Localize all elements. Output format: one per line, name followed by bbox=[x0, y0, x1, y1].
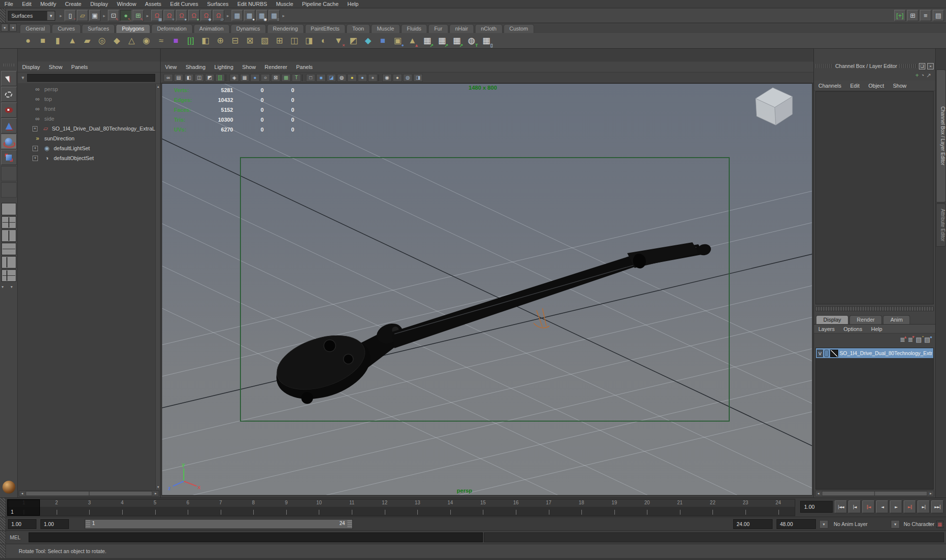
layout-hypergraph-persp[interactable] bbox=[1, 269, 16, 282]
scroll-left-icon[interactable]: ◄ bbox=[19, 492, 25, 495]
rotate-tool[interactable] bbox=[1, 134, 17, 149]
panel-menu-item[interactable]: Show bbox=[44, 63, 67, 71]
frame-cell[interactable]: 5 bbox=[138, 499, 171, 516]
set-key-icon[interactable]: ○– bbox=[927, 521, 933, 527]
command-results[interactable] bbox=[484, 532, 944, 542]
step-back-frame-button[interactable]: |◄ bbox=[848, 500, 861, 513]
scroll-down-icon[interactable]: ▼ bbox=[156, 485, 161, 490]
playback-start-field[interactable]: 1.00 bbox=[40, 519, 69, 529]
shelf-menu-button[interactable]: ▾ bbox=[9, 24, 17, 32]
outliner-item-model[interactable]: +▱SO_1I4_Drive_Dual_80Technology_ExtraL bbox=[18, 124, 155, 133]
render-settings-icon[interactable]: ▦:: bbox=[269, 10, 280, 21]
playback-end-field[interactable]: 24.00 bbox=[733, 519, 773, 529]
bevel-icon[interactable]: ◨ bbox=[302, 33, 316, 48]
menu-item[interactable]: Create bbox=[61, 0, 86, 7]
shelf-tab[interactable]: Surfaces bbox=[82, 24, 115, 33]
panel-menu-item[interactable]: Channels bbox=[814, 82, 845, 90]
outliner-hscrollbar[interactable]: ◄ ► bbox=[19, 491, 159, 496]
panel-menu-item[interactable]: Show bbox=[888, 82, 911, 90]
panel-menu-item[interactable]: Panels bbox=[292, 63, 317, 71]
expand-icon[interactable]: + bbox=[33, 146, 38, 151]
shelf-tab[interactable]: Fur bbox=[428, 24, 448, 33]
menu-item[interactable]: Modify bbox=[36, 0, 61, 7]
lasso-tool[interactable] bbox=[1, 87, 17, 102]
select-tool[interactable] bbox=[1, 71, 17, 86]
panel-menu-item[interactable]: View bbox=[161, 63, 181, 71]
layer-row[interactable]: V SO_1I4_Drive_Dual_80Technology_ExtraL bbox=[816, 348, 933, 358]
shelf-tab[interactable]: nCloth bbox=[475, 24, 503, 33]
step-back-key-button[interactable]: ‖◄ bbox=[862, 500, 875, 513]
frame-cell[interactable]: 13 bbox=[401, 499, 434, 516]
combine-icon[interactable]: ◧ bbox=[198, 33, 213, 48]
wireframe-icon[interactable]: □ bbox=[306, 74, 315, 82]
planar-mapping-icon[interactable]: ▦↗ bbox=[420, 33, 435, 48]
bridge-icon[interactable]: ◫ bbox=[287, 33, 302, 48]
panel-menu-item[interactable]: Lighting bbox=[210, 63, 238, 71]
shelf-tab[interactable]: Muscle bbox=[371, 24, 400, 33]
extrude-icon[interactable]: ⊞ bbox=[272, 33, 287, 48]
no-textures-icon[interactable]: ⊠ bbox=[271, 74, 280, 82]
polygon-torus-icon[interactable]: ◎ bbox=[95, 33, 109, 48]
range-start-handle[interactable] bbox=[86, 520, 90, 528]
boolean-difference-icon[interactable]: ⊟ bbox=[228, 33, 242, 48]
scroll-right-icon[interactable]: ► bbox=[928, 492, 934, 495]
film-icon[interactable]: ▦ bbox=[240, 74, 249, 82]
shaded-ball-icon[interactable]: ● bbox=[358, 74, 367, 82]
panel-menu-item[interactable]: Display bbox=[18, 63, 44, 71]
renderer-icon[interactable] bbox=[2, 481, 15, 494]
frame-cell[interactable]: 9 bbox=[270, 499, 303, 516]
range-slider[interactable]: 1 24 bbox=[85, 519, 353, 529]
snap-to-points-icon[interactable]: Ω● bbox=[176, 10, 187, 21]
step-forward-key-button[interactable]: ►‖ bbox=[904, 500, 916, 513]
speed-state-icon[interactable]: ◔ bbox=[921, 72, 924, 79]
transfer-attributes-icon[interactable]: ▣● bbox=[390, 33, 405, 48]
polygon-pipe-icon[interactable]: ◉ bbox=[139, 33, 154, 48]
timeline-track[interactable]: 123456789101112131415161718192021222324 … bbox=[7, 499, 795, 516]
scroll-left-icon[interactable]: ◄ bbox=[815, 492, 821, 495]
select-camera-icon[interactable]: ∞ bbox=[164, 74, 173, 82]
frame-cell[interactable]: 6 bbox=[171, 499, 204, 516]
panel-menu-item[interactable]: Edit bbox=[845, 82, 864, 90]
move-tool[interactable] bbox=[1, 118, 17, 133]
animation-start-field[interactable]: 1.00 bbox=[8, 519, 36, 529]
outliner-item-front[interactable]: +∞front bbox=[18, 104, 155, 114]
frame-cell[interactable]: 22 bbox=[696, 499, 729, 516]
frame-cell[interactable]: 18 bbox=[565, 499, 598, 516]
last-tool-slot[interactable] bbox=[1, 166, 17, 181]
collapser-icon[interactable]: ▸ bbox=[58, 10, 64, 21]
close-panel-button[interactable]: × bbox=[927, 63, 934, 69]
frame-cell[interactable]: 16 bbox=[500, 499, 533, 516]
scrollbar-thumb[interactable] bbox=[26, 491, 152, 496]
collapser-icon[interactable]: ▸ bbox=[225, 10, 231, 21]
layer-move-up-icon[interactable]: ≣▲ bbox=[900, 336, 906, 343]
character-set-dropdown-icon[interactable]: ▾ bbox=[891, 520, 900, 528]
chevron-down-icon[interactable]: ▾ bbox=[47, 11, 55, 20]
current-frame-indicator[interactable]: 1 bbox=[7, 499, 40, 516]
collapser-icon[interactable]: ▸ bbox=[281, 10, 286, 21]
viewport-canvas[interactable]: 1480 x 800 Verts:528100Edges:1043200Face… bbox=[162, 83, 812, 495]
frame-cell[interactable]: 14 bbox=[434, 499, 467, 516]
collapser-icon[interactable]: ▸ bbox=[101, 10, 107, 21]
menu-item[interactable]: Edit NURBS bbox=[233, 0, 272, 7]
outliner-search-input[interactable] bbox=[27, 74, 155, 82]
panel-menu-item[interactable]: Object bbox=[864, 82, 888, 90]
lights-icon[interactable]: ● bbox=[347, 74, 357, 82]
layout-two-side-by-side[interactable] bbox=[1, 230, 16, 242]
layer-editor-tab[interactable]: Render bbox=[849, 315, 882, 324]
outliner-item-defaultobjectset[interactable]: +◑defaultObjectSet bbox=[18, 153, 155, 163]
automatic-mapping-icon[interactable]: ◍T bbox=[464, 33, 479, 48]
layer-move-down-icon[interactable]: ≣▼ bbox=[908, 336, 913, 343]
panel-menu-item[interactable]: Renderer bbox=[260, 63, 292, 71]
step-forward-frame-button[interactable]: ►| bbox=[917, 500, 930, 513]
divider[interactable] bbox=[302, 74, 305, 81]
boolean-union-icon[interactable]: ⊕ bbox=[213, 33, 228, 48]
panel-splitter[interactable] bbox=[815, 306, 934, 311]
polygon-cone-icon[interactable]: ▲ bbox=[65, 33, 80, 48]
grip-handle[interactable] bbox=[0, 544, 6, 558]
shelf-tab[interactable]: Dynamics bbox=[231, 24, 266, 33]
layout-four-pane[interactable] bbox=[1, 216, 16, 229]
render-view-icon[interactable]: ▦ bbox=[232, 10, 243, 21]
layer-editor-tab[interactable]: Display bbox=[816, 315, 848, 324]
frame-cell[interactable]: 12 bbox=[368, 499, 401, 516]
reduce-icon[interactable]: ▼× bbox=[331, 33, 346, 48]
